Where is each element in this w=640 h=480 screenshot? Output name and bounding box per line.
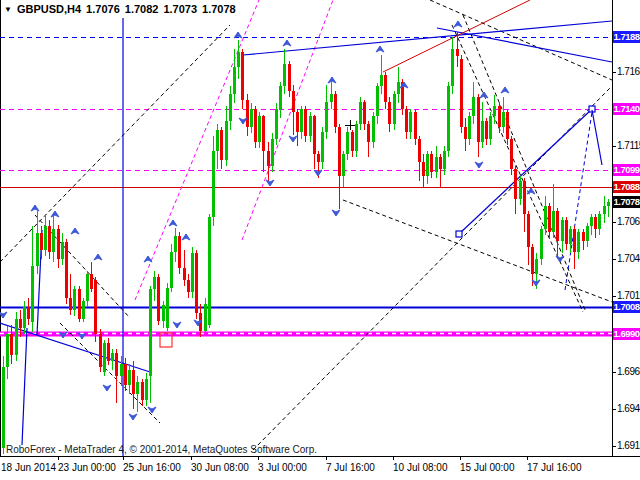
candle-body — [86, 274, 89, 301]
candle-body — [544, 206, 547, 229]
candle-body — [141, 382, 144, 400]
time-label[interactable]: 15 Jul 00:00 — [460, 462, 515, 473]
price-badge-1.7099[interactable]: 1.7099 — [613, 164, 640, 176]
time-label[interactable]: 18 Jun 2014 — [1, 462, 56, 473]
time-label[interactable]: 7 Jul 16:00 — [326, 462, 375, 473]
candle-body — [527, 214, 530, 247]
fractal-down-icon — [332, 210, 340, 216]
time-label[interactable]: 17 Jul 16:00 — [527, 462, 582, 473]
candle-body — [246, 100, 249, 127]
candle-body — [514, 169, 517, 199]
price-badge-1.7078[interactable]: 1.7078 — [613, 196, 640, 208]
price-chart[interactable] — [0, 0, 640, 480]
price-label-1.7015[interactable]: 1.7015 — [617, 290, 640, 301]
trendline-zigzag-desc[interactable] — [0, 323, 150, 372]
candle-body — [430, 154, 433, 172]
candle-body — [481, 121, 484, 142]
trendline-red-rising[interactable] — [383, 0, 530, 72]
fractal-up-icon — [71, 228, 79, 234]
ohlc-close: 1.7078 — [202, 3, 236, 15]
trendline-desc-steep-1[interactable] — [452, 25, 583, 312]
price-badge-1.7140[interactable]: 1.7140 — [613, 103, 640, 115]
price-label-1.7040[interactable]: 1.7040 — [617, 253, 640, 264]
ohlc-open: 1.7076 — [86, 3, 120, 15]
candle-body — [317, 154, 320, 162]
candle-body — [162, 305, 165, 321]
candle-body — [283, 64, 286, 86]
candle-body — [447, 86, 450, 151]
price-badge-1.7088[interactable]: 1.7088 — [613, 181, 640, 193]
time-label[interactable]: 25 Jun 16:00 — [123, 462, 181, 473]
fractal-down-icon — [239, 118, 247, 124]
candle-body — [90, 274, 93, 289]
candle-body — [363, 102, 366, 124]
candle-body — [372, 116, 375, 142]
chart-header: ▼ GBPUSD,H4 1.7076 1.7082 1.7073 1.7078 — [4, 3, 236, 15]
candle-body — [485, 121, 488, 139]
candle-body — [170, 252, 173, 288]
trendline-proj-dashed-blue[interactable] — [565, 112, 592, 290]
fractal-up-icon — [480, 92, 488, 98]
candle-body — [36, 233, 39, 266]
candle-body — [409, 112, 412, 132]
price-label-1.7065[interactable]: 1.7065 — [617, 216, 640, 227]
candle-body — [472, 97, 475, 116]
candle-body — [48, 226, 51, 252]
candle-body — [346, 132, 349, 154]
price-label-1.7115[interactable]: 1.7115 — [617, 140, 640, 151]
ohlc-high: 1.7082 — [125, 3, 159, 15]
candle-body — [275, 109, 278, 139]
candle-body — [52, 229, 55, 252]
candle-body — [477, 97, 480, 142]
trendline-asc-june[interactable] — [0, 25, 230, 262]
time-label[interactable]: 10 Jul 08:00 — [393, 462, 448, 473]
candle-body — [99, 334, 102, 367]
price-label-1.6915[interactable]: 1.6915 — [617, 440, 640, 451]
candle-body — [250, 109, 253, 127]
time-label[interactable]: 23 Jun 00:00 — [58, 462, 116, 473]
candle-body — [548, 206, 551, 232]
candle-body — [115, 353, 118, 376]
candle-body — [220, 130, 223, 160]
time-label[interactable]: 3 Jul 00:00 — [258, 462, 307, 473]
candle-body — [292, 91, 295, 112]
candle-body — [204, 304, 207, 331]
time-label[interactable]: 30 Jun 08:00 — [191, 462, 249, 473]
candle-body — [237, 52, 240, 67]
collapse-triangle-icon[interactable]: ▼ — [4, 5, 12, 14]
price-badge-1.7188[interactable]: 1.7188 — [613, 31, 640, 43]
candle-body — [271, 139, 274, 166]
candle-body — [61, 242, 64, 259]
fractal-up-icon — [31, 205, 39, 211]
candle-body — [577, 232, 580, 252]
candle-body — [443, 151, 446, 169]
candle-body — [351, 132, 354, 151]
candle-body — [456, 49, 459, 56]
candle-body — [2, 367, 5, 448]
candle-body — [594, 217, 597, 229]
candle-body — [523, 181, 526, 214]
price-badge-1.7008[interactable]: 1.7008 — [613, 301, 640, 313]
candle-body — [556, 211, 559, 241]
fractal-up-icon — [144, 256, 152, 262]
candle-body — [388, 102, 391, 124]
price-badge-1.6990[interactable]: 1.6990 — [613, 328, 640, 340]
candle-body — [178, 236, 181, 268]
candle-body — [132, 370, 135, 394]
price-label-1.6965[interactable]: 1.6965 — [617, 366, 640, 377]
candle-body — [586, 226, 589, 241]
candle-body — [166, 288, 169, 328]
candle-body — [208, 217, 211, 325]
candle-body — [157, 277, 160, 321]
fractal-down-icon — [266, 180, 274, 186]
candle-body — [598, 214, 601, 229]
candle-body — [216, 130, 219, 151]
price-label-1.6940[interactable]: 1.6940 — [617, 403, 640, 414]
trendline-desc-june-b[interactable] — [60, 323, 160, 423]
candle-body — [384, 75, 387, 102]
trendline-proj-drop-blue[interactable] — [592, 110, 602, 165]
trendline-zigzag-leg-1[interactable] — [22, 328, 27, 445]
price-label-1.7165[interactable]: 1.7165 — [617, 66, 640, 77]
candle-body — [15, 319, 18, 355]
trendline-handle-0[interactable] — [456, 231, 462, 237]
